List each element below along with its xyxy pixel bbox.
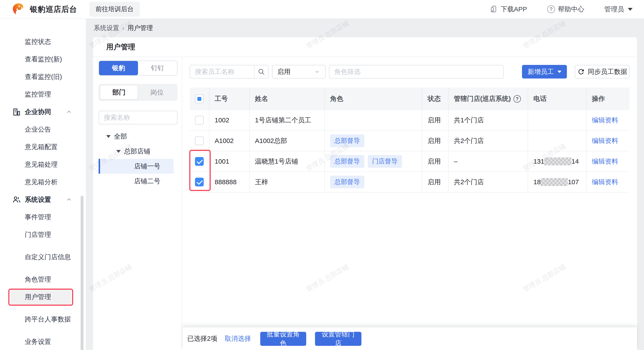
tree-node-总部店铺[interactable]: 总部店铺: [100, 144, 174, 159]
sidebar-item-自定义门店信息[interactable]: 自定义门店信息: [0, 243, 86, 271]
column-label: 状态: [428, 94, 441, 103]
column-header-管辖门店(巡店系统): 管辖门店(巡店系统)?: [448, 88, 528, 110]
batch-set-role-button[interactable]: 批量设置角色: [260, 332, 306, 346]
roles-cell: 总部督导门店督导: [325, 151, 422, 171]
breadcrumb-section[interactable]: 系统设置: [94, 24, 119, 33]
sidebar-item-label: 企业协同: [25, 107, 51, 116]
phone-cell: [528, 131, 586, 151]
tab-部门[interactable]: 部门: [100, 86, 138, 99]
sidebar-item-系统设置[interactable]: 系统设置: [0, 191, 86, 208]
sidebar-item-label: 查看监控(新): [25, 55, 80, 64]
tree-node-label: 全部: [114, 132, 127, 141]
sidebar-scrollbar[interactable]: [80, 196, 84, 350]
phone-suffix: 107: [568, 178, 579, 186]
sidebar-item-用户管理[interactable]: 用户管理: [0, 288, 86, 306]
training-backend-button[interactable]: 前往培训后台: [89, 2, 140, 17]
employee-name-cell: 王梓: [250, 172, 325, 192]
row-checkbox[interactable]: [195, 136, 204, 145]
edit-profile-link[interactable]: 编辑资料: [592, 136, 618, 145]
deselect-link[interactable]: 取消选择: [225, 334, 251, 343]
sidebar-item-label: 意见箱处理: [25, 160, 80, 169]
user-menu[interactable]: 管理员: [604, 5, 632, 14]
edit-profile-link[interactable]: 编辑资料: [592, 157, 618, 166]
row-checkbox[interactable]: [195, 178, 204, 187]
column-header-角色: 角色: [325, 88, 422, 110]
sidebar-item-意见箱处理[interactable]: 意见箱处理: [0, 156, 86, 173]
sidebar-item-label: 监控状态: [25, 37, 80, 46]
sidebar-item-label: 意见箱配置: [25, 142, 80, 151]
row-checkbox-cell: [190, 131, 210, 151]
stores-cell: 共2个门店: [448, 172, 528, 192]
source-tab-银豹[interactable]: 银豹: [99, 61, 138, 75]
sidebar-item-label: 门店管理: [25, 230, 80, 239]
department-search-input[interactable]: [98, 111, 178, 124]
row-checkbox[interactable]: [195, 116, 204, 125]
table-row: 10021号店铺第二个员工启用共1个门店编辑资料: [190, 110, 630, 131]
table-header: 工号姓名角色状态管辖门店(巡店系统)?电话操作: [190, 88, 630, 110]
sidebar-item-监控状态[interactable]: 监控状态: [0, 33, 86, 50]
sidebar-item-事件管理[interactable]: 事件管理: [0, 208, 86, 226]
phone-prefix: 131: [534, 158, 544, 165]
employee-name-cell: 1号店铺第二个员工: [250, 110, 325, 130]
role-filter-input[interactable]: [329, 65, 504, 79]
select-all-checkbox[interactable]: [195, 95, 204, 103]
sidebar-item-查看监控(旧)[interactable]: 查看监控(旧): [0, 68, 86, 86]
sidebar-item-监控管理[interactable]: 监控管理: [0, 86, 86, 103]
help-icon[interactable]: ?: [514, 95, 521, 103]
role-tag: 门店督导: [368, 155, 402, 168]
add-employee-button[interactable]: 新增员工: [522, 65, 567, 79]
sidebar-item-企业协同[interactable]: 企业协同: [0, 103, 86, 121]
stores-cell: 共2个门店: [448, 131, 528, 151]
source-tab-钉钉[interactable]: 钉钉: [138, 61, 177, 75]
tree-node-店铺一号[interactable]: 店铺一号: [100, 159, 174, 174]
tree-node-label: 店铺一号: [134, 162, 160, 171]
help-center-button[interactable]: ? 帮助中心: [547, 5, 584, 14]
stores-cell: –: [448, 151, 528, 171]
sidebar-item-label: 自定义门店信息: [25, 252, 80, 262]
set-managed-stores-button[interactable]: 设置管辖门店: [315, 332, 362, 346]
row-checkbox[interactable]: [195, 157, 204, 166]
column-label: 工号: [215, 94, 228, 103]
sync-employee-button[interactable]: 同步员工数据: [575, 65, 630, 79]
sidebar-item-企业公告[interactable]: 企业公告: [0, 121, 86, 138]
sidebar-item-意见箱配置[interactable]: 意见箱配置: [0, 138, 86, 156]
tab-岗位[interactable]: 岗位: [138, 86, 176, 99]
chevron-up-icon: [66, 109, 72, 115]
sidebar-item-label: 角色管理: [25, 275, 80, 284]
user-table: 工号姓名角色状态管辖门店(巡店系统)?电话操作 10021号店铺第二个员工启用共…: [190, 88, 630, 193]
sidebar-item-查看监控(新)[interactable]: 查看监控(新): [0, 50, 86, 68]
status-select[interactable]: 启用: [272, 65, 326, 79]
sidebar-item-label: 意见箱分析: [25, 178, 80, 187]
tree-node-店铺二号[interactable]: 店铺二号: [100, 174, 174, 189]
column-label: 姓名: [255, 94, 268, 103]
tree-node-label: 店铺二号: [134, 177, 160, 186]
phone-suffix: 14: [572, 158, 579, 165]
status-cell: 启用: [422, 131, 448, 151]
sidebar-item-角色管理[interactable]: 角色管理: [0, 271, 86, 288]
roles-cell: 总部督导: [325, 131, 422, 151]
question-circle-icon: ?: [547, 5, 555, 13]
sidebar-item-门店管理[interactable]: 门店管理: [0, 226, 86, 243]
department-tree: 全部总部店铺店铺一号店铺二号: [98, 129, 174, 189]
edit-profile-link[interactable]: 编辑资料: [592, 116, 618, 125]
sidebar-item-label: 业务设置: [25, 337, 80, 346]
sidebar-item-跨平台人事数据[interactable]: 跨平台人事数据: [0, 306, 86, 333]
phone-cell: 13114: [528, 151, 586, 171]
tree-node-全部[interactable]: 全部: [100, 129, 174, 144]
employee-id-cell: 1002: [210, 110, 250, 130]
search-button[interactable]: [254, 65, 268, 78]
sidebar-item-业务设置[interactable]: 业务设置: [0, 333, 86, 350]
employee-search-input[interactable]: [190, 68, 254, 75]
caret-down-icon[interactable]: [106, 135, 110, 138]
dept-post-tabs: 部门岗位: [98, 84, 178, 101]
main-panel: 用户管理 银豹钉钉 部门岗位 全部总部店铺店铺一号店铺二号: [93, 37, 637, 350]
edit-profile-link[interactable]: 编辑资料: [592, 178, 618, 187]
chevron-down-icon: [314, 69, 320, 75]
caret-down-icon[interactable]: [116, 150, 121, 153]
employee-name-cell: A1002总部: [250, 131, 325, 151]
download-app-button[interactable]: 下载APP: [490, 5, 527, 14]
users-icon: [12, 195, 21, 204]
column-label: 角色: [330, 94, 343, 103]
sidebar-item-意见箱分析[interactable]: 意见箱分析: [0, 173, 86, 191]
building-icon: [12, 107, 21, 116]
